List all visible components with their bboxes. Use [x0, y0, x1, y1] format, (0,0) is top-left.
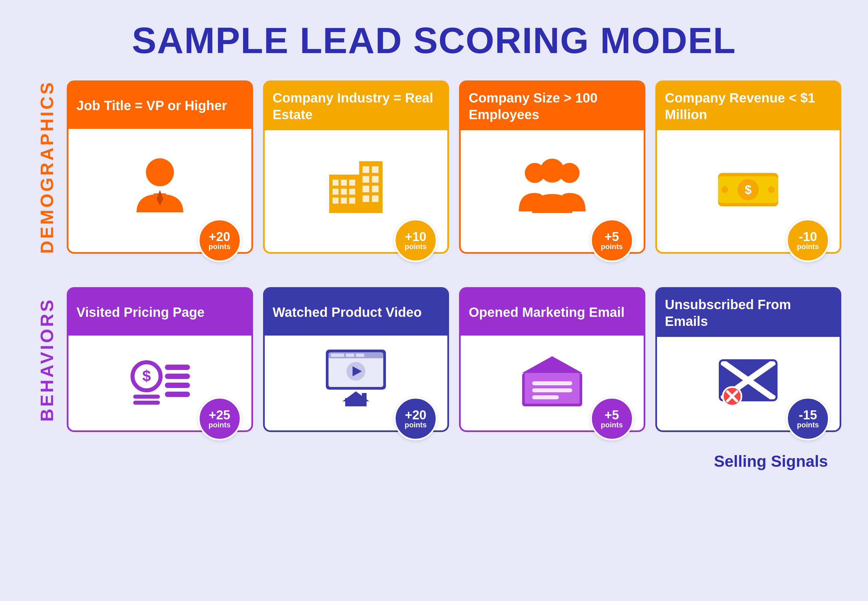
email-icon — [519, 346, 586, 406]
behaviors-section: BEHAVIORS Visited Pricing Page $ — [27, 287, 841, 432]
card-visited-pricing-header: Visited Pricing Page — [69, 289, 251, 336]
video-icon — [323, 346, 389, 406]
svg-rect-16 — [362, 176, 369, 183]
svg-text:$: $ — [142, 367, 151, 384]
card-company-revenue-badge: -10 points — [786, 219, 830, 262]
card-company-revenue: Company Revenue < $1 Million $ -10 point… — [655, 81, 842, 254]
card-company-size: Company Size > 100 Employees +5 points — [459, 81, 645, 254]
points-label: points — [405, 243, 426, 250]
card-opened-email-header: Opened Marketing Email — [461, 289, 644, 336]
svg-rect-34 — [165, 374, 190, 379]
pricing-icon: $ — [126, 346, 193, 406]
svg-rect-33 — [165, 365, 190, 370]
svg-rect-18 — [362, 186, 369, 192]
svg-rect-55 — [532, 395, 559, 399]
svg-point-29 — [722, 186, 728, 193]
card-unsubscribed-badge: -15 points — [786, 397, 830, 441]
points-value: +5 — [605, 230, 619, 243]
svg-rect-8 — [332, 189, 338, 195]
card-job-title-badge: +20 points — [198, 219, 241, 262]
card-job-title-header: Job Title = VP or Higher — [69, 82, 251, 129]
svg-rect-15 — [372, 166, 379, 173]
card-opened-email-badge: +5 points — [590, 397, 633, 441]
demographics-label: DEMOGRAPHICS — [37, 81, 57, 254]
demographics-label-wrap: DEMOGRAPHICS — [27, 81, 67, 254]
svg-rect-21 — [372, 195, 379, 202]
svg-rect-49 — [362, 393, 367, 400]
card-company-industry: Company Industry = Real Estate — [263, 81, 449, 254]
card-company-revenue-header: Company Revenue < $1 Million — [657, 82, 840, 130]
svg-rect-12 — [341, 198, 347, 204]
behaviors-cards-row: Visited Pricing Page $ +25 — [67, 287, 841, 432]
svg-marker-50 — [522, 356, 582, 373]
card-company-revenue-icon-area: $ — [708, 130, 788, 235]
svg-rect-9 — [341, 189, 347, 195]
points-value: -15 — [799, 409, 817, 421]
brand-label: Selling Signals — [714, 452, 828, 470]
svg-rect-19 — [372, 186, 379, 192]
card-watched-video-badge: +20 points — [394, 397, 437, 441]
svg-rect-17 — [372, 176, 379, 183]
points-label: points — [601, 243, 623, 250]
card-visited-pricing-icon-area: $ — [120, 336, 200, 414]
group-icon — [519, 155, 586, 215]
points-value: +10 — [405, 230, 426, 243]
svg-rect-53 — [532, 381, 572, 385]
svg-rect-36 — [165, 392, 190, 397]
card-job-title-icon-area — [120, 129, 200, 235]
points-value: -10 — [799, 230, 817, 243]
svg-rect-7 — [349, 180, 355, 186]
svg-point-30 — [768, 186, 775, 193]
card-company-size-badge: +5 points — [590, 219, 633, 262]
unsubscribe-icon — [715, 347, 781, 407]
card-unsubscribed-header: Unsubscribed From Emails — [657, 289, 840, 337]
svg-rect-43 — [346, 354, 354, 357]
card-watched-video-header: Watched Product Video — [265, 289, 448, 336]
svg-rect-11 — [332, 198, 338, 204]
points-value: +20 — [209, 230, 230, 243]
svg-rect-13 — [349, 198, 355, 204]
card-opened-email: Opened Marketing Email +5 points — [459, 287, 645, 432]
svg-rect-38 — [133, 401, 160, 405]
card-job-title: Job Title = VP or Higher +20 points — [67, 81, 253, 254]
svg-rect-44 — [356, 354, 364, 357]
page-title: SAMPLE LEAD SCORING MODEL — [132, 20, 736, 60]
points-label: points — [209, 243, 231, 250]
demographics-section: DEMOGRAPHICS Job Title = VP or Higher +2… — [27, 81, 841, 254]
points-label: points — [405, 421, 426, 429]
building-icon — [323, 155, 389, 215]
svg-rect-10 — [349, 189, 355, 195]
svg-rect-37 — [133, 395, 160, 399]
card-company-size-icon-area — [512, 130, 592, 235]
svg-rect-35 — [165, 383, 190, 388]
card-company-size-header: Company Size > 100 Employees — [461, 82, 644, 130]
card-watched-video-icon-area — [316, 336, 396, 414]
svg-point-0 — [146, 158, 174, 186]
card-visited-pricing-badge: +25 points — [198, 397, 241, 441]
money-icon: $ — [715, 155, 781, 215]
card-visited-pricing: Visited Pricing Page $ +25 — [67, 287, 253, 432]
card-unsubscribed: Unsubscribed From Emails -15 — [655, 287, 842, 432]
points-value: +20 — [405, 409, 426, 421]
person-icon — [126, 154, 193, 214]
card-watched-video: Watched Product Video — [263, 287, 449, 432]
svg-rect-42 — [331, 354, 344, 357]
card-company-industry-badge: +10 points — [394, 219, 437, 262]
card-opened-email-icon-area — [512, 336, 592, 414]
svg-rect-5 — [332, 180, 338, 186]
svg-rect-54 — [532, 388, 572, 392]
points-label: points — [209, 421, 231, 429]
behaviors-label: BEHAVIORS — [37, 298, 57, 422]
card-company-industry-header: Company Industry = Real Estate — [265, 82, 448, 130]
svg-rect-6 — [341, 180, 347, 186]
card-company-industry-icon-area — [316, 130, 396, 235]
points-value: +25 — [209, 409, 230, 421]
svg-rect-20 — [362, 195, 369, 202]
points-label: points — [797, 421, 819, 429]
svg-point-24 — [540, 159, 564, 183]
svg-text:$: $ — [745, 183, 751, 197]
svg-rect-14 — [362, 166, 369, 173]
points-label: points — [797, 243, 819, 250]
behaviors-label-wrap: BEHAVIORS — [27, 287, 67, 432]
points-value: +5 — [605, 409, 619, 421]
